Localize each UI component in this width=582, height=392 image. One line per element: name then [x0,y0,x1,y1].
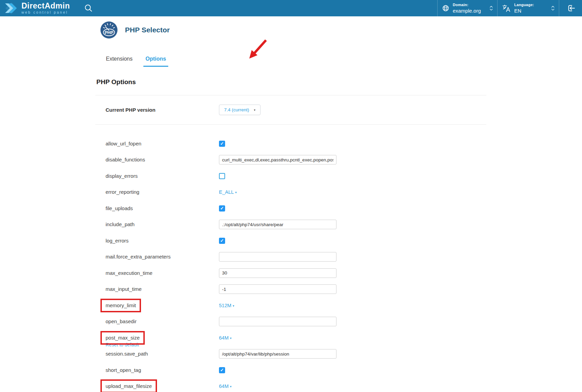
check-icon: ✓ [220,238,224,243]
language-selector[interactable]: Language: EN [497,0,559,16]
tab-extensions[interactable]: Extensions [104,51,135,67]
option-label-cell: display_errors [106,173,219,179]
option-dropdown-upload_max_filesize[interactable]: 64M▾ [219,383,232,389]
option-dropdown-value: 64M [219,383,229,389]
option-label-cell: mail.force_extra_parameters [106,254,219,260]
brand-name: DirectAdmin [21,2,70,10]
page-title-row: PHP PHP Selector [95,21,486,39]
domain-selector[interactable]: Domain: example.org [437,0,497,16]
option-dropdown-value: E_ALL [219,189,234,195]
option-label-cell: session.save_path [106,351,219,357]
option-control-cell [219,317,486,326]
logout-button[interactable] [559,0,582,16]
sort-chevrons-icon [490,5,493,11]
option-checkbox-short_open_tag[interactable]: ✓ [219,367,225,373]
option-control-cell: ✓ [219,205,486,211]
option-control-cell [219,349,486,359]
option-row-max_input_time: max_input_time [95,281,486,298]
option-label: error_reporting [106,189,139,195]
option-label-cell: include_path [106,221,219,228]
caret-down-icon: ▾ [230,385,232,388]
option-dropdown-post_max_size[interactable]: 64M▾ [219,335,232,341]
option-input-max_input_time[interactable] [219,284,336,294]
option-label: file_uploads [106,205,133,211]
option-control-cell: 64M▾ [219,335,486,341]
option-row-log_errors: log_errors✓ [95,233,486,249]
option-dropdown-error_reporting[interactable]: E_ALL▾ [219,189,237,195]
option-row-allow_url_fopen: allow_url_fopen✓ [95,136,486,152]
option-control-cell [219,220,486,229]
option-label: mail.force_extra_parameters [106,254,171,260]
option-label: post_max_size [106,335,140,341]
option-input-include_path[interactable] [219,220,336,229]
php-selector-page: PHP PHP Selector Extensions Options PHP … [95,21,486,392]
option-input-open_basedir[interactable] [219,317,336,326]
option-label-cell: post_max_size [106,335,219,341]
option-checkbox-allow_url_fopen[interactable]: ✓ [219,141,225,147]
option-label: short_open_tag [106,367,141,373]
option-checkbox-display_errors[interactable] [219,173,225,179]
option-input-mail.force_extra_parameters[interactable] [219,252,336,262]
option-control-cell [219,155,486,164]
option-label-cell: allow_url_fopen [106,141,219,147]
header-spacer [93,0,437,16]
option-label: disable_functions [106,157,145,162]
option-label-cell: upload_max_filesize [106,383,219,389]
domain-value: example.org [453,8,481,13]
option-row-upload_max_filesize: upload_max_filesize64M▾Reset to default [95,378,486,392]
caret-down-icon: ▾ [235,191,237,194]
language-label: Language: [514,3,534,7]
sort-chevrons-icon [551,5,554,11]
check-icon: ✓ [220,368,224,372]
option-label-cell: error_reporting [106,189,219,195]
option-row-open_basedir: open_basedir [95,314,486,330]
option-label-cell: max_execution_time [106,270,219,276]
option-label: allow_url_fopen [106,141,141,146]
search-button[interactable] [84,0,93,16]
php-version-row: Current PHP version 7.4 (current) ▾ [95,95,486,124]
annotation-highlight-box: upload_max_filesize [100,379,157,392]
option-label: include_path [106,221,135,227]
domain-label: Domain: [453,3,481,7]
option-control-cell: ✓ [219,238,486,244]
option-row-error_reporting: error_reportingE_ALL▾ [95,184,486,201]
brand-tagline: web control panel [21,11,70,14]
search-icon [84,4,93,13]
top-header: DirectAdmin web control panel Domain: ex… [0,0,582,16]
tab-options[interactable]: Options [143,51,168,67]
option-row-session.save_path: session.save_path [95,346,486,362]
option-control-cell [219,268,486,278]
option-label: memory_limit [106,302,136,308]
option-dropdown-value: 64M [219,335,229,341]
php-version-select[interactable]: 7.4 (current) ▾ [219,105,261,115]
option-label-cell: log_errors [106,238,219,244]
php-gauge-icon: PHP [100,21,118,39]
option-row-file_uploads: file_uploads✓ [95,200,486,217]
translate-icon [502,4,511,13]
option-checkbox-file_uploads[interactable]: ✓ [219,205,225,211]
option-label: open_basedir [106,318,137,324]
option-input-disable_functions[interactable] [219,155,336,164]
option-control-cell: ✓ [219,367,486,373]
option-control-cell [219,173,486,179]
brand[interactable]: DirectAdmin web control panel [0,0,70,16]
option-input-session.save_path[interactable] [219,349,336,359]
option-label: log_errors [106,238,129,244]
options-form: allow_url_fopen✓disable_functionsdisplay… [95,136,486,392]
option-label-cell: file_uploads [106,205,219,211]
option-checkbox-log_errors[interactable]: ✓ [219,238,225,244]
option-row-memory_limit: memory_limit512M▾ [95,297,486,314]
option-control-cell [219,252,486,262]
tab-bar: Extensions Options [95,51,486,67]
option-label-cell: open_basedir [106,318,219,325]
option-dropdown-memory_limit[interactable]: 512M▾ [219,303,234,308]
caret-down-icon: ▾ [230,336,232,340]
option-label: upload_max_filesize [106,383,152,389]
globe-icon [442,4,449,12]
option-label: max_execution_time [106,270,153,276]
section-heading: PHP Options [95,78,486,86]
option-label-cell: memory_limit [106,302,219,309]
caret-down-icon: ▾ [233,304,234,308]
option-label: max_input_time [106,286,142,292]
option-input-max_execution_time[interactable] [219,268,336,278]
